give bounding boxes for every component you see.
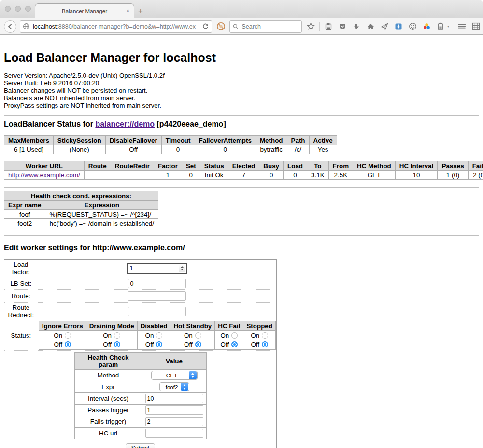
disabled-on-radio[interactable] [156,332,162,339]
table-cell: 0 [259,171,284,180]
hc-fail-cell: On Off [215,331,243,350]
dropdown-caret-icon[interactable]: ▾ [447,24,449,29]
draining-mode-on-radio[interactable] [114,332,120,339]
pocket-icon [339,23,346,30]
url-text: localhost:8880/balancer-manager?b=demo&w… [33,23,196,30]
browser-window: Balancer Manager × + localhost:8880/bala… [0,0,483,448]
stopped-off-radio[interactable] [262,341,268,347]
stopped-on-radio[interactable] [262,332,268,339]
interval-label: Interval (secs) [74,393,142,405]
ignore-errors-on-radio[interactable] [65,332,71,339]
table-cell: (None) [53,145,105,154]
status-cell: Ignore Errors Draining Mode Disabled Hot… [38,320,276,351]
column-header: To [307,161,329,171]
hc-interval-row: Interval (secs) [74,393,206,405]
submit-button[interactable]: Submit [126,443,155,448]
route-redirect-input[interactable] [128,307,186,316]
close-window-button[interactable] [5,6,11,12]
method-select[interactable]: GET [151,371,198,380]
reload-icon[interactable] [202,23,209,30]
pocket-button[interactable] [337,21,348,32]
info-line: Balancers are NOT inherited from main se… [4,94,479,101]
hot-standby-on-radio[interactable] [195,332,201,339]
on-label: On [145,332,154,340]
home-button[interactable] [365,21,376,32]
url-bar[interactable]: localhost:8880/balancer-manager?b=demo&w… [20,20,212,33]
toolbar-separator [453,22,453,31]
route-input[interactable] [128,291,186,301]
worker-url-cell: http://www.example.com/ [4,171,85,180]
number-stepper[interactable] [179,265,185,272]
hot-standby-off-radio[interactable] [195,341,201,347]
reading-list-button[interactable] [323,21,334,32]
disabled-off-radio[interactable] [156,341,162,347]
draining-mode-off-radio[interactable] [114,341,120,347]
hc-fail-on-radio[interactable] [231,332,238,339]
tab-groups-button[interactable] [470,21,481,32]
column-header: MaxMembers [4,136,54,145]
balancer-status-table: MaxMembers StickySession DisableFailover… [4,135,337,154]
globe-icon [23,23,30,30]
expr-table-title: Health check cond. expressions: [4,191,158,201]
column-header: Ignore Errors [39,321,86,331]
addon-download-button[interactable] [393,21,404,32]
downloads-button[interactable] [351,21,362,32]
server-info: Server Version: Apache/2.5.0-dev (Unix) … [4,72,479,109]
method-cell: GET [142,370,206,381]
menu-icon [457,23,466,30]
expr-label: Expr [74,381,142,393]
zoom-window-button[interactable] [25,6,31,12]
navigation-toolbar: localhost:8880/balancer-manager?b=demo&w… [0,18,483,35]
content-block-button[interactable] [215,21,226,32]
hot-standby-cell: On Off [170,331,215,350]
bookmark-star-icon [307,22,315,30]
expr-select[interactable]: foof2 [159,382,189,391]
passes-label: Passes trigger [74,405,142,416]
colors-button[interactable] [421,21,432,32]
lb-set-input[interactable] [128,279,186,288]
new-tab-button[interactable]: + [138,6,143,16]
stopped-cell: On Off [243,331,276,350]
on-label: On [103,332,112,340]
column-header: Disabled [137,321,170,331]
table-cell: 0 [284,171,307,180]
draining-mode-cell: On Off [86,331,137,350]
select-stepper-icon [181,383,188,391]
browser-tab[interactable]: Balancer Manager × [35,3,134,18]
method-select-value: GET [156,373,188,378]
column-header: From [328,161,353,171]
search-box[interactable] [229,20,302,33]
table-header-row: Worker URL Route RouteRedir Factor Set S… [4,161,483,171]
minimize-window-button[interactable] [15,6,21,12]
column-header: Route [84,161,111,171]
load-factor-input[interactable] [128,265,179,272]
table-cell [84,171,111,180]
table-row: 6 [1 Used] (None) Off 0 0 bytraffic /c/ … [4,145,337,154]
interval-input[interactable] [145,394,203,403]
titlebar: Balancer Manager × + [0,0,483,18]
table-cell: 1 [154,171,182,180]
table-header-row: MaxMembers StickySession DisableFailover… [4,136,337,145]
expr-value-cell: hc('body') =~ /domain is established/ [45,219,158,228]
forum-button[interactable] [407,21,418,32]
send-tab-button[interactable] [379,21,390,32]
ignore-errors-off-radio[interactable] [65,341,71,347]
column-header: Health Check param [74,353,142,370]
page-content: Load Balancer Manager for localhost Serv… [0,51,483,448]
hc-fail-off-radio[interactable] [231,341,238,347]
back-button[interactable] [4,20,16,33]
hc-uri-input[interactable] [145,429,203,438]
url-host: localhost [33,23,57,30]
column-header: Busy [259,161,284,171]
worker-url-link[interactable]: http://www.example.com/ [8,172,80,179]
passes-input[interactable] [145,405,203,415]
balancer-link[interactable]: balancer://demo [95,120,155,128]
send-icon [381,23,388,30]
bookmark-star-button[interactable] [305,21,316,32]
battery-button[interactable] [435,21,446,32]
search-input[interactable] [241,23,298,30]
fails-input[interactable] [145,417,203,426]
column-header: Factor [154,161,182,171]
tab-close-icon[interactable]: × [127,8,129,14]
menu-button[interactable] [456,21,467,32]
